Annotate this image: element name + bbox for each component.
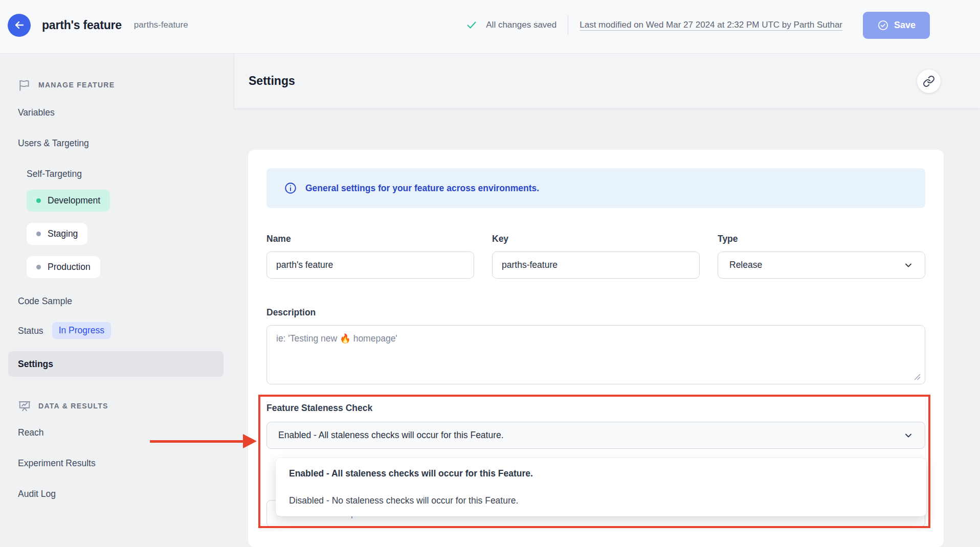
section-label: DATA & RESULTS [38, 402, 108, 410]
sidebar-item-code-sample[interactable]: Code Sample [18, 295, 224, 307]
sidebar-item-self-targeting[interactable]: Self-Targeting [18, 168, 224, 179]
status-label: Status [18, 325, 43, 336]
red-arrow-head [243, 434, 257, 448]
sidebar-item-variables[interactable]: Variables [18, 107, 224, 118]
staleness-select-value: Enabled - All staleness checks will occu… [278, 430, 504, 441]
link-icon [923, 75, 935, 87]
staleness-select[interactable]: Enabled - All staleness checks will occu… [266, 422, 925, 449]
info-banner: General settings for your feature across… [266, 168, 925, 208]
description-textarea[interactable] [266, 325, 925, 384]
sidebar-item-reach[interactable]: Reach [18, 427, 224, 438]
key-field: Key [492, 234, 700, 279]
env-pill-production[interactable]: Production [27, 256, 100, 278]
staleness-option-enabled[interactable]: Enabled - All staleness checks will occu… [276, 460, 926, 487]
name-label: Name [266, 234, 474, 244]
sidebar-item-audit-log[interactable]: Audit Log [18, 488, 224, 499]
sidebar-item-experiment-results[interactable]: Experiment Results [18, 458, 224, 469]
save-button[interactable]: Save [863, 12, 930, 39]
save-button-label: Save [894, 20, 916, 31]
name-field: Name [266, 234, 474, 279]
type-label: Type [718, 234, 925, 244]
data-results-section: DATA & RESULTS [18, 400, 224, 412]
env-dot-green [36, 198, 41, 203]
env-pill-development[interactable]: Development [27, 190, 110, 212]
last-modified-link[interactable]: Last modified on Wed Mar 27 2024 at 2:32… [580, 20, 842, 30]
feature-form-row: Name Key Type Release [266, 234, 925, 279]
presentation-chart-icon [18, 399, 31, 413]
key-label: Key [492, 234, 700, 244]
env-dot-gray [36, 265, 41, 269]
sidebar-item-settings[interactable]: Settings [8, 351, 224, 377]
top-header: parth's feature parths-feature All chang… [0, 0, 980, 54]
sidebar-item-users-targeting[interactable]: Users & Targeting [18, 138, 224, 149]
environment-list: Development Staging Production [18, 179, 224, 278]
chevron-down-icon [903, 430, 914, 441]
save-status: All changes saved [465, 19, 556, 31]
env-label: Staging [48, 229, 78, 239]
back-button[interactable] [8, 14, 31, 37]
feature-title: parth's feature [42, 18, 122, 32]
staleness-options-menu: Enabled - All staleness checks will occu… [276, 458, 926, 516]
settings-panel-header: Settings [234, 54, 980, 109]
key-input[interactable] [492, 252, 700, 279]
sidebar: MANAGE FEATURE Variables Users & Targeti… [0, 54, 234, 547]
sidebar-item-status[interactable]: Status In Progress [18, 322, 224, 339]
header-divider [568, 15, 568, 35]
type-field: Type Release [718, 234, 925, 279]
circle-check-icon [877, 19, 889, 31]
description-field: Description [266, 307, 925, 386]
staleness-label: Feature Staleness Check [266, 403, 925, 414]
settings-card: General settings for your feature across… [248, 150, 944, 547]
env-label: Development [48, 195, 100, 206]
name-input[interactable] [266, 252, 474, 279]
save-status-text: All changes saved [486, 20, 556, 30]
check-icon [465, 19, 478, 31]
section-label: MANAGE FEATURE [38, 81, 115, 89]
red-arrow-annotation [150, 440, 243, 443]
feature-key: parths-feature [134, 20, 188, 30]
main-content: Settings General settings for your featu… [234, 54, 980, 547]
resize-handle-icon[interactable] [914, 374, 921, 380]
type-select-value: Release [729, 260, 762, 270]
env-pill-staging[interactable]: Staging [27, 223, 87, 245]
arrow-left-icon [13, 19, 26, 31]
env-dot-gray [36, 232, 41, 236]
manage-feature-section: MANAGE FEATURE [18, 79, 224, 90]
info-icon [284, 181, 297, 195]
staleness-option-disabled[interactable]: Disabled - No staleness checks will occu… [276, 487, 926, 514]
flag-icon [18, 78, 31, 92]
description-label: Description [266, 307, 925, 318]
type-select[interactable]: Release [718, 252, 925, 279]
env-label: Production [48, 262, 91, 272]
chevron-down-icon [903, 260, 914, 270]
status-badge: In Progress [52, 322, 111, 339]
info-banner-text: General settings for your feature across… [305, 183, 539, 194]
staleness-section: Feature Staleness Check Enabled - All st… [266, 403, 925, 529]
page-title: Settings [249, 74, 295, 88]
copy-link-button[interactable] [917, 70, 941, 93]
